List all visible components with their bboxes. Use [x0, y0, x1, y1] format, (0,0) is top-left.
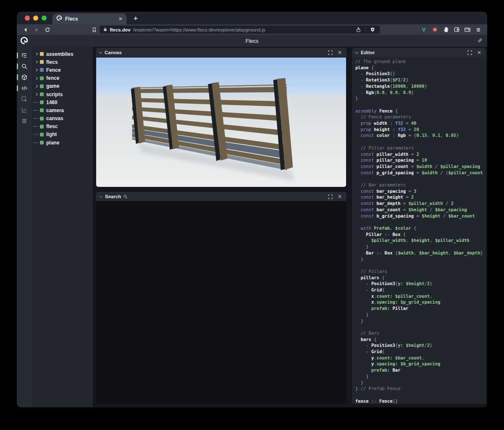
- tree-item-label: light: [46, 131, 57, 137]
- extension-badge-icon[interactable]: [430, 26, 439, 34]
- chevron-down-icon[interactable]: [99, 50, 102, 53]
- sidebar-icon-queries[interactable]: [17, 115, 32, 126]
- code-line: - Grid{: [355, 349, 486, 355]
- search-panel-header[interactable]: Search: [96, 192, 346, 201]
- fullscreen-icon[interactable]: [327, 49, 333, 56]
- code-line: - Rotation3{$PI/2}: [355, 77, 486, 83]
- sidebar-icon-code[interactable]: [17, 83, 32, 94]
- code-line: [355, 324, 486, 330]
- code-line: prop width : f32 = 40: [355, 120, 486, 126]
- code-line: - Grid{: [355, 287, 486, 293]
- tab-strip: Flecs ✕ +: [17, 12, 487, 24]
- window-controls: [17, 12, 52, 24]
- entity-tree: assembliesflecsFencefencegamescripts1460…: [32, 47, 93, 407]
- expand-chevron-icon[interactable]: [34, 93, 39, 95]
- sidebar-icon-inspect[interactable]: [17, 94, 32, 105]
- code-line: - Position3{}: [355, 71, 486, 77]
- expand-chevron-icon[interactable]: [34, 61, 39, 63]
- app-header: Flecs: [17, 35, 487, 47]
- back-icon[interactable]: [21, 26, 30, 34]
- code-line: y.spacing: $b_grid_spacing: [355, 361, 486, 367]
- canvas-panel-header[interactable]: Canvas: [96, 48, 346, 57]
- sidebar-toggle-icon[interactable]: [452, 26, 461, 34]
- brave-shield-icon[interactable]: [368, 26, 377, 34]
- sidebar-icon-search[interactable]: [17, 61, 32, 72]
- sidebar-icon-tree-view[interactable]: [17, 50, 32, 61]
- tree-item-flecs[interactable]: flecs: [34, 58, 93, 66]
- tree-item-camera[interactable]: camera: [34, 106, 93, 114]
- code-line: [355, 392, 486, 398]
- tree-item-label: scripts: [46, 92, 63, 97]
- tree-item-plane[interactable]: plane: [34, 139, 93, 147]
- zoom-window-button[interactable]: [42, 16, 47, 21]
- canvas-3d-view[interactable]: [96, 57, 346, 187]
- close-icon[interactable]: [476, 49, 483, 56]
- code-line: // Pillars: [355, 268, 486, 275]
- tree-item-light[interactable]: light: [34, 131, 93, 139]
- tree-item-label: 1460: [46, 100, 58, 105]
- vue-devtools-icon[interactable]: V: [420, 26, 428, 34]
- tree-item-1460[interactable]: 1460: [34, 98, 93, 106]
- share-link-icon[interactable]: [477, 37, 483, 45]
- code-line: const bar_count = $height / $bar_spacing: [355, 207, 486, 213]
- code-line: [355, 102, 486, 108]
- code-line: } // Prefab Fence: [355, 385, 486, 392]
- tree-item-label: Fence: [46, 67, 61, 73]
- tree-item-fence[interactable]: fence: [34, 74, 93, 82]
- entity-color-swatch: [40, 117, 44, 121]
- collapse-dot-icon[interactable]: [100, 196, 101, 197]
- code-line: assembly Fence {: [355, 108, 486, 114]
- expand-chevron-icon[interactable]: [34, 77, 39, 79]
- code-line: }: [355, 312, 486, 318]
- browser-tab[interactable]: Flecs ✕: [52, 13, 126, 24]
- expand-chevron-icon[interactable]: [34, 69, 39, 71]
- expand-chevron-icon[interactable]: [34, 53, 39, 55]
- tree-guide-line: [34, 142, 39, 143]
- entity-color-swatch: [40, 60, 44, 64]
- url-bar[interactable]: flecs.dev /explorer/?wasm=https://www.fl…: [100, 26, 380, 34]
- code-line: prefab: Pillar: [355, 305, 486, 312]
- code-line: const bar_depth = $pillar_width / 2: [355, 200, 486, 207]
- divider: [365, 27, 366, 32]
- editor-panel-header[interactable]: Editor: [352, 48, 486, 57]
- code-line: // Bars: [355, 330, 486, 336]
- tree-item-scripts[interactable]: scripts: [34, 90, 93, 98]
- sidebar-icon-entities[interactable]: [17, 72, 32, 83]
- fullscreen-icon[interactable]: [466, 49, 473, 56]
- minimize-window-button[interactable]: [33, 16, 38, 21]
- code-line: const b_grid_spacing = $height / $bar_co…: [355, 213, 486, 219]
- code-line: }: [355, 256, 486, 262]
- new-tab-button[interactable]: +: [134, 14, 138, 23]
- code-line: // Pillar parameters: [355, 145, 486, 151]
- tree-item-assemblies[interactable]: assemblies: [34, 50, 93, 58]
- code-area[interactable]: // The ground planeplane { - Position3{}…: [352, 57, 486, 404]
- share-icon[interactable]: [354, 26, 363, 34]
- code-line: }: [355, 95, 486, 102]
- forward-icon[interactable]: [32, 26, 41, 34]
- code-line: [355, 139, 486, 145]
- browser-toolbar: flecs.dev /explorer/?wasm=https://www.fl…: [17, 24, 487, 35]
- code-line: plane {: [355, 65, 486, 71]
- url-path: /explorer/?wasm=https://www.flecs.dev/ex…: [133, 27, 352, 32]
- extensions-puzzle-icon[interactable]: [441, 26, 450, 34]
- expand-chevron-icon[interactable]: [34, 85, 39, 87]
- tree-item-flesc[interactable]: flesc: [34, 123, 93, 131]
- search-results-area[interactable]: [96, 201, 346, 404]
- bookmark-icon[interactable]: [92, 27, 97, 33]
- tree-item-canvas[interactable]: canvas: [34, 115, 93, 123]
- wallet-icon[interactable]: [463, 26, 472, 34]
- tab-title: Flecs: [65, 16, 116, 22]
- tree-guide-line: [34, 126, 39, 127]
- close-icon[interactable]: [336, 49, 343, 56]
- tree-item-Fence[interactable]: Fence: [34, 66, 93, 74]
- sidebar-icon-stats[interactable]: [17, 105, 32, 115]
- close-window-button[interactable]: [25, 16, 30, 21]
- chevron-down-icon[interactable]: [355, 50, 358, 53]
- tree-item-game[interactable]: game: [34, 82, 93, 90]
- tab-close-icon[interactable]: ✕: [118, 16, 123, 21]
- menu-icon[interactable]: [474, 26, 483, 34]
- editor-panel: Editor // The ground planeplane { - Posi…: [352, 48, 486, 404]
- reload-icon[interactable]: [43, 26, 52, 34]
- close-icon[interactable]: [336, 193, 343, 200]
- fullscreen-icon[interactable]: [327, 193, 333, 200]
